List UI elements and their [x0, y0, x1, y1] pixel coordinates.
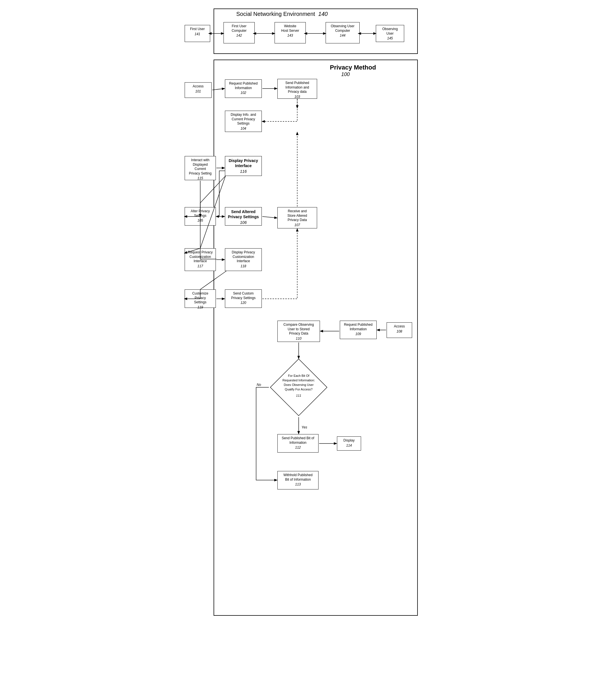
box-n102: Request PublishedInformation 102	[225, 79, 262, 98]
box-n103: Send PublishedInformation andPrivacy dat…	[278, 79, 317, 99]
box-n105: Alter PrivacySettings 105	[185, 207, 216, 226]
svg-text:111: 111	[296, 394, 301, 397]
box-first-user-computer: First UserComputer 142	[224, 22, 255, 44]
privacy-method-title: Privacy Method	[330, 64, 376, 71]
box-n120: Send CustomPrivacy Settings 120	[225, 290, 262, 308]
box-n114: Display 114	[337, 436, 361, 451]
box-n112: Send Published Bit ofInformation 112	[278, 434, 318, 453]
box-n119: Customize PrivacySettings 119	[185, 290, 216, 308]
social-network-title: Social Networking Environment 140	[236, 11, 327, 17]
svg-marker-0	[270, 359, 327, 416]
svg-text:For Each Bit Of: For Each Bit Of	[288, 374, 310, 377]
box-n118: Display PrivacyCustomizationInterface 11…	[225, 248, 262, 271]
box-n113: Withhold PublishedBit of Information 113	[278, 471, 318, 490]
box-website-host: WebsiteHost Server 143	[274, 22, 306, 44]
social-network-ref: 140	[318, 11, 327, 17]
box-n110: Compare ObservingUser to StoredPrivacy D…	[278, 321, 320, 342]
svg-text:Requested Information:: Requested Information:	[283, 378, 315, 382]
diagram-container: Social Networking Environment 140 First …	[180, 6, 423, 630]
box-n109: Request PublishedInformation 109	[340, 321, 377, 339]
privacy-method-ref: 100	[341, 72, 350, 77]
box-n107: Receive andStore AlteredPrivacy Data 107	[278, 207, 317, 228]
box-n104: Display Info. andCurrent PrivacySettings…	[225, 111, 262, 132]
box-observing-user: ObservingUser 145	[376, 25, 404, 42]
box-observing-computer: Observing UserComputer 144	[325, 22, 360, 44]
box-n117: Request PrivacyCustomizationInterface 11…	[185, 248, 216, 271]
box-n106: Send AlteredPrivacy Settings 106	[225, 207, 262, 226]
diamond-svg: For Each Bit Of Requested Information: D…	[269, 357, 329, 417]
diamond-n111: For Each Bit Of Requested Information: D…	[269, 357, 329, 417]
box-n116: Display PrivacyInterface 116	[225, 156, 262, 176]
box-n115: Interact withDisplayed CurrentPrivacy Se…	[185, 156, 216, 180]
box-n108: Access 108	[387, 322, 412, 338]
box-n101: Access 101	[185, 82, 212, 98]
svg-text:Does Observing User: Does Observing User	[284, 383, 313, 386]
box-first-user: First User 141	[185, 25, 210, 42]
svg-text:Qualify For Access?: Qualify For Access?	[285, 388, 313, 391]
